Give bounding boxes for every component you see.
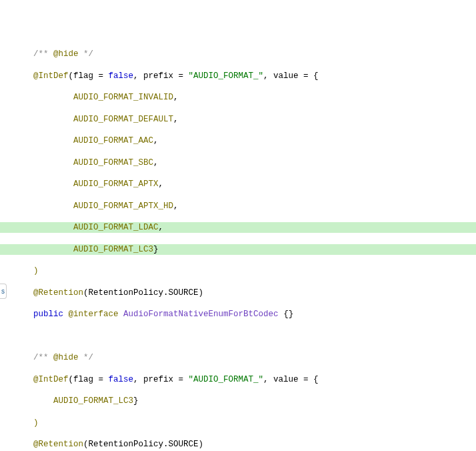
code-line: AUDIO_FORMAT_SBC,: [0, 157, 476, 168]
code-line-highlighted: AUDIO_FORMAT_LDAC,: [0, 222, 476, 233]
code-line: AUDIO_FORMAT_AAC,: [0, 135, 476, 146]
code-line: public @interface AudioFormatNativeEnumF…: [0, 309, 476, 320]
code-line: ): [0, 266, 476, 276]
code-line: AUDIO_FORMAT_APTX,: [0, 179, 476, 189]
code-line: AUDIO_FORMAT_APTX_HD,: [0, 201, 476, 211]
code-line: AUDIO_FORMAT_DEFAULT,: [0, 114, 476, 125]
code-line: @Retention(RetentionPolicy.SOURCE): [0, 288, 476, 298]
code-line: ): [0, 418, 476, 428]
side-tab[interactable]: s: [0, 284, 7, 299]
code-diff-view: /** @hide */ @IntDef(flag = false, prefi…: [0, 38, 476, 451]
code-line: AUDIO_FORMAT_LC3}: [0, 396, 476, 406]
code-line: [0, 331, 476, 342]
code-line: @Retention(RetentionPolicy.SOURCE): [0, 439, 476, 450]
code-line-highlighted: AUDIO_FORMAT_LC3}: [0, 244, 476, 255]
code-line: AUDIO_FORMAT_INVALID,: [0, 92, 476, 103]
code-line: /** @hide */: [0, 352, 476, 363]
code-line: @IntDef(flag = false, prefix = "AUDIO_FO…: [0, 71, 476, 81]
code-line: /** @hide */: [0, 49, 476, 59]
code-line: @IntDef(flag = false, prefix = "AUDIO_FO…: [0, 374, 476, 385]
